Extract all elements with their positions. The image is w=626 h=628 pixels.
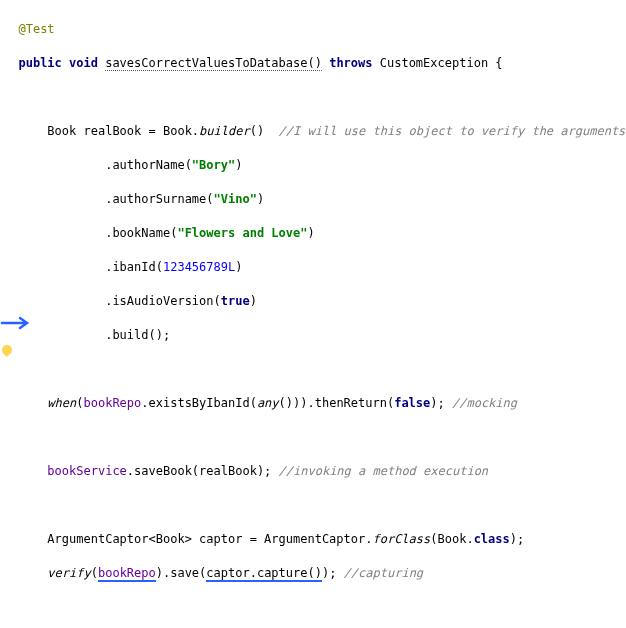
- code-line: [4, 429, 626, 446]
- code-line: Book realBook = Book.builder() //I will …: [4, 123, 626, 140]
- method-name: savesCorrectValuesToDatabase(): [105, 56, 322, 71]
- code-line: .build();: [4, 327, 626, 344]
- code-line: .ibanId(123456789L): [4, 259, 626, 276]
- code-line: .isAudioVersion(true): [4, 293, 626, 310]
- code-line: verify(bookRepo).save(captor.capture());…: [4, 565, 626, 582]
- code-line: public void savesCorrectValuesToDatabase…: [4, 55, 626, 72]
- code-line: [4, 361, 626, 378]
- code-line: ArgumentCaptor<Book> captor = ArgumentCa…: [4, 531, 626, 548]
- code-editor[interactable]: @Test public void savesCorrectValuesToDa…: [0, 0, 626, 628]
- annotation: @Test: [18, 22, 54, 36]
- code-line: @Test: [4, 21, 626, 38]
- code-line: [4, 497, 626, 514]
- code-line: bookService.saveBook(realBook); //invoki…: [4, 463, 626, 480]
- code-line: [4, 599, 626, 616]
- arrow-annotation: [0, 314, 30, 335]
- code-line: .authorName("Bory"): [4, 157, 626, 174]
- code-line: .bookName("Flowers and Love"): [4, 225, 626, 242]
- code-line: [4, 89, 626, 106]
- code-line: .authorSurname("Vino"): [4, 191, 626, 208]
- code-line: when(bookRepo.existsByIbanId(any())).the…: [4, 395, 626, 412]
